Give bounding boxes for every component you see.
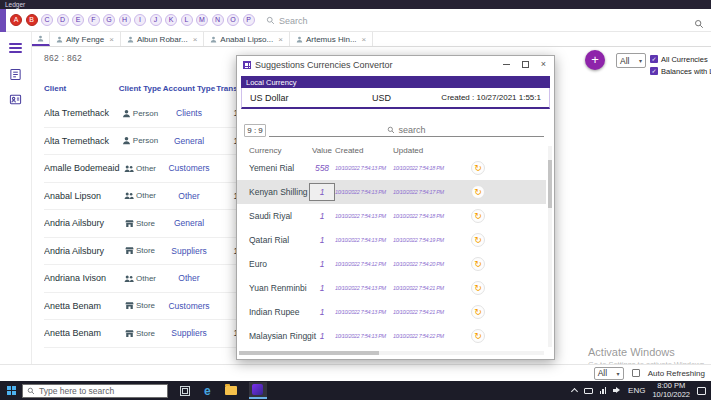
account-type-link[interactable]: Customers [162,163,216,173]
column-header-client[interactable]: Client [44,84,118,93]
close-icon[interactable]: × [109,35,114,44]
account-type-link[interactable]: General [162,218,216,228]
clients-icon[interactable] [9,67,22,85]
task-view-icon[interactable] [180,386,190,396]
account-type-link[interactable]: Clients [162,108,216,118]
column-header-currency[interactable]: Currency [249,146,309,155]
alphabet-filter-button[interactable]: A [10,14,22,26]
currency-value[interactable]: 558 [309,159,335,177]
currency-row[interactable]: Yemeni Rial 558 10/10/2022 7:54:13 PM 10… [237,156,546,180]
account-type-link[interactable]: Customers [162,301,216,311]
notifications-icon[interactable] [697,387,706,395]
volume-icon[interactable] [613,387,621,394]
client-tab[interactable]: Anabal Lipso... × [204,32,290,46]
client-row[interactable]: Andria Ailsbury Store General 60 [44,210,266,238]
ledger-app-icon[interactable] [249,382,267,399]
close-icon[interactable]: × [541,60,546,69]
currency-value[interactable]: 1 [309,327,335,345]
currency-row[interactable]: Euro 1 10/10/2022 7:54:12 PM 10/10/2022 … [237,252,546,276]
alphabet-filter-button[interactable]: M [196,14,208,26]
client-tab[interactable]: Artemus Hin... × [290,32,373,46]
currency-value[interactable]: 1 [309,303,335,321]
checkbox-checked-icon[interactable]: ✓ [650,67,658,75]
alphabet-filter-button[interactable]: C [41,14,53,26]
window-titlebar[interactable]: Ledger [0,0,711,9]
refresh-filter-select[interactable]: All ▾ [594,367,624,380]
file-explorer-icon[interactable] [225,386,237,395]
horizontal-scrollbar[interactable] [239,351,544,355]
refresh-icon[interactable]: ↻ [471,329,485,343]
refresh-icon[interactable]: ↻ [471,305,485,319]
vertical-scrollbar[interactable] [548,146,552,347]
alphabet-filter-button[interactable]: E [72,14,84,26]
column-header-value[interactable]: Value [309,146,335,155]
client-row[interactable]: Amalle Bodemeaid Other Customers 67 [44,155,266,183]
currency-filter-select[interactable]: All ▾ [616,53,646,68]
currency-value[interactable]: 1 [309,279,335,297]
search-icon[interactable] [694,15,704,33]
currency-row[interactable]: Indian Rupee 1 10/10/2022 7:54:13 PM 10/… [237,300,546,324]
alphabet-filter-button[interactable]: F [88,14,100,26]
currency-row[interactable]: Qatari Rial 1 10/10/2022 7:54:13 PM 10/1… [237,228,546,252]
alphabet-filter-button[interactable]: J [150,14,162,26]
ratio-field[interactable]: 9 : 9 [244,124,266,137]
edge-icon[interactable]: e [204,385,211,397]
currency-row[interactable]: Malaysian Ringgit 1 10/10/2022 7:54:13 P… [237,324,546,348]
client-row[interactable]: Anetta Benam Store Suppliers 103 [44,320,266,348]
refresh-icon[interactable]: ↻ [471,257,485,271]
refresh-icon[interactable]: ↻ [471,281,485,295]
maximize-icon[interactable] [522,61,529,68]
display-icon[interactable] [584,388,593,394]
currency-value[interactable]: 1 [309,207,335,225]
account-type-link[interactable]: Suppliers [162,246,216,256]
account-type-link[interactable]: Other [162,273,216,283]
close-icon[interactable]: × [278,35,283,44]
minimize-icon[interactable] [503,64,510,65]
currency-row[interactable]: Kenyan Shilling 1 10/10/2022 7:54:13 PM … [237,180,546,204]
alphabet-filter-button[interactable]: N [212,14,224,26]
currency-row[interactable]: Saudi Riyal 1 10/10/2022 7:54:13 PM 10/1… [237,204,546,228]
alphabet-filter-button[interactable]: D [57,14,69,26]
add-button[interactable]: + [585,50,605,70]
account-type-link[interactable]: Other [162,191,216,201]
alphabet-filter-button[interactable]: B [26,14,38,26]
currency-value[interactable]: 1 [309,231,335,249]
tab-home[interactable] [32,32,50,46]
refresh-icon[interactable]: ↻ [471,233,485,247]
column-header-updated[interactable]: Updated [393,146,451,155]
column-header-created[interactable]: Created [335,146,393,155]
network-icon[interactable] [600,387,607,394]
currency-value[interactable]: 1 [309,255,335,273]
client-row[interactable]: Anetta Benam Store Customers 38 [44,293,266,321]
checkbox-row[interactable]: ✓ Balances with Local [650,66,711,76]
toolbar-search-input[interactable]: Search [266,14,416,27]
column-header-account-type[interactable]: Account Type [162,84,216,93]
client-row[interactable]: Andriana Ivison Other Other 32 [44,265,266,293]
client-row[interactable]: Anetta Benam [44,348,266,359]
alphabet-filter-button[interactable]: G [103,14,115,26]
checkbox-row[interactable]: ✓ All Currencies [650,54,711,64]
alphabet-filter-button[interactable]: I [134,14,146,26]
dialog-titlebar[interactable]: Suggestions Currencies Convertor × [237,56,554,73]
scrollbar-thumb[interactable] [548,160,552,208]
clock[interactable]: 8:00 PM 10/10/2022 [652,382,690,399]
currency-search-input[interactable]: search [269,123,544,137]
alphabet-filter-button[interactable]: L [181,14,193,26]
account-type-link[interactable]: Suppliers [162,328,216,338]
alphabet-filter-button[interactable]: O [227,14,239,26]
alphabet-filter-button[interactable]: K [165,14,177,26]
taskbar-search-input[interactable]: Type here to search [22,384,168,398]
refresh-icon[interactable]: ↻ [471,209,485,223]
currency-value[interactable]: 1 [309,183,335,201]
column-header-client-type[interactable]: Client Type [118,84,162,93]
accounts-icon[interactable] [9,92,22,110]
client-tab[interactable]: Alfy Fenge × [50,32,121,46]
refresh-icon[interactable]: ↻ [471,161,485,175]
client-row[interactable]: Alta Tremethack Person General 143 [44,128,266,156]
client-row[interactable]: Andria Ailsbury Store Suppliers 199 [44,238,266,266]
refresh-icon[interactable]: ↻ [471,185,485,199]
close-icon[interactable]: × [193,35,198,44]
checkbox-checked-icon[interactable]: ✓ [650,55,658,63]
language-indicator[interactable]: ENG [628,386,645,395]
client-row[interactable]: Anabal Lipson Other Other 150 [44,183,266,211]
